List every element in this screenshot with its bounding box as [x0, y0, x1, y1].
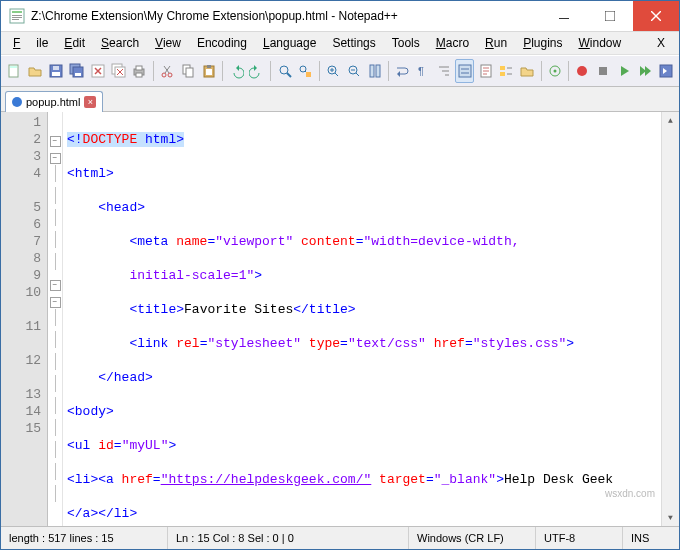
menu-file[interactable]: File	[5, 34, 56, 52]
menu-view[interactable]: View	[147, 34, 189, 52]
maximize-button[interactable]	[587, 1, 633, 31]
svg-rect-3	[12, 17, 22, 18]
line-num: 2	[1, 131, 41, 148]
minimize-button[interactable]	[541, 1, 587, 31]
save-macro-icon[interactable]	[656, 59, 675, 83]
line-num: 15	[1, 420, 41, 437]
scroll-up-icon[interactable]: ▲	[662, 112, 679, 129]
menu-window[interactable]: Window	[571, 34, 630, 52]
fold-line	[55, 253, 56, 270]
close-button[interactable]	[633, 1, 679, 31]
stop-macro-icon[interactable]	[594, 59, 613, 83]
fold-toggle-icon[interactable]: −	[50, 280, 61, 291]
svg-line-29	[165, 66, 170, 73]
fold-line	[55, 441, 56, 458]
save-icon[interactable]	[47, 59, 66, 83]
menu-edit[interactable]: Edit	[56, 34, 93, 52]
menu-plugins[interactable]: Plugins	[515, 34, 570, 52]
menu-language[interactable]: Language	[255, 34, 324, 52]
paste-icon[interactable]	[199, 59, 218, 83]
play-macro-multi-icon[interactable]	[636, 59, 655, 83]
undo-icon[interactable]	[227, 59, 246, 83]
status-encoding[interactable]: UTF-8	[536, 527, 623, 549]
open-file-icon[interactable]	[26, 59, 45, 83]
svg-rect-13	[53, 66, 59, 70]
svg-rect-49	[376, 65, 380, 77]
line-num: 8	[1, 250, 41, 267]
menubar: File Edit Search View Encoding Language …	[1, 32, 679, 55]
line-num: 10	[1, 284, 41, 301]
wordwrap-icon[interactable]	[393, 59, 412, 83]
fold-toggle-icon[interactable]: −	[50, 297, 61, 308]
line-num: 9	[1, 267, 41, 284]
svg-text:¶: ¶	[418, 65, 424, 77]
fold-line	[55, 397, 56, 414]
toolbar-separator	[568, 61, 569, 81]
svg-point-28	[168, 73, 172, 77]
svg-rect-2	[12, 15, 22, 16]
tab-popup-html[interactable]: popup.html ×	[5, 91, 103, 112]
doc-map-icon[interactable]	[476, 59, 495, 83]
play-macro-icon[interactable]	[615, 59, 634, 83]
cut-icon[interactable]	[158, 59, 177, 83]
svg-rect-5	[559, 18, 569, 19]
svg-rect-1	[12, 11, 22, 13]
toolbar-separator	[222, 61, 223, 81]
find-icon[interactable]	[275, 59, 294, 83]
line-num: 5	[1, 199, 41, 216]
scroll-down-icon[interactable]: ▼	[662, 509, 679, 526]
tabbar: popup.html ×	[1, 87, 679, 112]
save-all-icon[interactable]	[67, 59, 86, 83]
menu-settings[interactable]: Settings	[324, 34, 383, 52]
tab-close-icon[interactable]: ×	[84, 96, 96, 108]
fold-column: − − − −	[48, 112, 63, 526]
fold-line	[55, 209, 56, 226]
menu-x[interactable]: X	[647, 34, 675, 52]
func-list-icon[interactable]	[497, 59, 516, 83]
watermark: wsxdn.com	[605, 485, 655, 502]
menu-search[interactable]: Search	[93, 34, 147, 52]
line-num: 13	[1, 386, 41, 403]
scroll-track[interactable]	[662, 129, 679, 509]
editor: 1 2 3 4 5 6 7 8 9 10 11 12 13 14 15 − −	[1, 112, 679, 526]
replace-icon[interactable]	[296, 59, 315, 83]
line-num: 7	[1, 233, 41, 250]
fold-line	[55, 331, 56, 348]
svg-rect-40	[306, 72, 311, 77]
show-all-chars-icon[interactable]: ¶	[414, 59, 433, 83]
status-eol[interactable]: Windows (CR LF)	[409, 527, 536, 549]
close-all-icon[interactable]	[109, 59, 128, 83]
menu-encoding[interactable]: Encoding	[189, 34, 255, 52]
code-area[interactable]: <!DOCTYPE html> <html> <head> <meta name…	[63, 112, 661, 526]
fold-line	[55, 187, 56, 204]
close-file-icon[interactable]	[88, 59, 107, 83]
monitoring-icon[interactable]	[545, 59, 564, 83]
svg-rect-4	[12, 19, 19, 20]
svg-rect-34	[207, 65, 211, 68]
menu-run[interactable]: Run	[477, 34, 515, 52]
redo-icon[interactable]	[248, 59, 267, 83]
zoom-in-icon[interactable]	[324, 59, 343, 83]
fold-toggle-icon[interactable]: −	[50, 153, 61, 164]
svg-rect-62	[500, 72, 505, 76]
svg-rect-48	[370, 65, 374, 77]
zoom-out-icon[interactable]	[344, 59, 363, 83]
fold-line	[55, 165, 56, 182]
toolbar-separator	[541, 61, 542, 81]
new-file-icon[interactable]	[5, 59, 24, 83]
print-icon[interactable]	[130, 59, 149, 83]
fold-toggle-icon[interactable]: −	[50, 136, 61, 147]
folder-icon[interactable]	[518, 59, 537, 83]
svg-rect-68	[599, 67, 607, 75]
indent-guide-icon[interactable]	[435, 59, 454, 83]
menu-macro[interactable]: Macro	[428, 34, 477, 52]
vertical-scrollbar[interactable]: ▲ ▼	[661, 112, 679, 526]
menu-tools[interactable]: Tools	[384, 34, 428, 52]
sync-v-icon[interactable]	[365, 59, 384, 83]
record-macro-icon[interactable]	[573, 59, 592, 83]
status-mode[interactable]: INS	[623, 527, 679, 549]
svg-point-66	[553, 70, 556, 73]
user-lang-icon[interactable]	[455, 59, 474, 83]
copy-icon[interactable]	[178, 59, 197, 83]
fold-line	[55, 375, 56, 392]
